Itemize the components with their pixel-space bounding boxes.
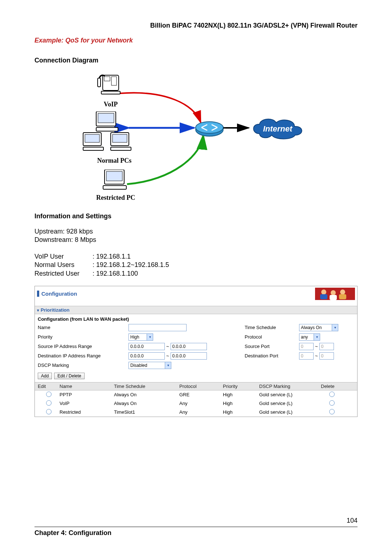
tilde-icon: ~ [315,353,318,358]
src-port-from-input[interactable] [299,343,314,350]
configuration-title: Configuration [37,291,77,297]
dst-ip-to-input[interactable] [171,352,207,360]
cell-dscp: Gold service (L) [259,401,321,406]
table-row: PPTP Always On GRE High Gold service (L) [35,390,357,399]
svg-rect-26 [339,294,346,299]
chevron-down-icon[interactable]: ▾ [314,333,320,341]
col-name: Name [60,384,114,389]
svg-rect-2 [104,77,110,81]
delete-radio[interactable] [329,392,335,397]
page-number: 104 [347,517,358,524]
dst-port-label: Destination Port [245,353,299,358]
page-footer: Chapter 4: Configuration 104 [34,527,358,537]
svg-rect-4 [98,78,101,87]
svg-rect-5 [101,91,120,94]
tilde-icon: ~ [166,344,169,349]
tilde-icon: ~ [315,344,318,349]
voip-user-label: VoIP User [34,252,93,261]
cell-priority: High [223,409,259,415]
configuration-panel: Configuration Prioritization Configurati… [34,286,358,417]
router-icon [194,119,225,140]
delete-radio[interactable] [329,400,335,406]
cell-priority: High [223,392,259,397]
svg-rect-10 [85,134,99,142]
dst-port-to-input[interactable] [319,352,334,360]
restricted-pc-label: Restricted PC [96,194,135,202]
connection-diagram: VoIP [34,72,358,210]
src-ip-to-input[interactable] [171,343,207,350]
cell-name: Restricted [60,409,114,415]
people-icon [315,288,355,300]
col-protocol: Protocol [179,384,223,389]
priority-select[interactable]: ▾ [128,333,172,341]
table-row: VoIP Always On Any High Gold service (L) [35,399,357,408]
svg-point-19 [196,122,223,133]
prioritization-section[interactable]: Prioritization [35,306,357,314]
protocol-value[interactable] [299,333,314,341]
tilde-icon: ~ [166,353,169,358]
src-port-label: Source Port [245,344,299,349]
cell-time: Always On [114,392,179,397]
chapter-label: Chapter 4: Configuration [34,529,111,537]
chevron-down-icon[interactable]: ▾ [147,333,153,341]
restricted-user-value: : 192.168.1.100 [93,270,138,278]
svg-rect-11 [83,147,103,150]
voip-user-value: : 192.168.1.1 [93,252,131,261]
edit-radio[interactable] [46,409,52,414]
dscp-label: DSCP Marking [38,362,128,368]
connection-diagram-heading: Connection Diagram [34,57,358,64]
cell-protocol: Any [179,409,223,415]
dscp-select[interactable]: ▾ [128,362,245,369]
normal-users-label: Normal Users [34,261,93,269]
svg-point-23 [331,290,336,295]
time-schedule-label: Time Schedule [245,325,299,330]
example-title: Example: QoS for your Network [34,37,358,44]
downstream-text: Downstream: 8 Mbps [34,236,358,244]
normal-pcs-label: Normal PCs [82,157,147,165]
cell-protocol: GRE [179,392,223,397]
cell-time: Always On [114,401,179,406]
time-schedule-value[interactable] [299,324,332,331]
phone-icon [96,72,125,99]
name-input[interactable] [128,324,187,331]
col-dscp: DSCP Marking [259,384,321,389]
svg-rect-3 [111,77,117,85]
col-time-schedule: Time Schedule [114,384,179,389]
edit-delete-button[interactable]: Edit / Delete [54,373,84,379]
priority-label: Priority [38,334,128,340]
svg-point-21 [321,289,326,295]
svg-rect-13 [113,134,127,142]
rules-header: Edit Name Time Schedule Protocol Priorit… [35,382,357,390]
cell-time: TimeSlot1 [114,409,179,415]
cell-priority: High [223,401,259,406]
internet-badge: Internet [249,117,307,143]
cell-dscp: Gold service (L) [259,392,321,397]
dst-range-label: Destination IP Address Range [38,353,128,358]
dst-ip-from-input[interactable] [128,352,165,360]
svg-rect-7 [98,113,114,123]
src-ip-from-input[interactable] [128,343,165,350]
chevron-down-icon[interactable]: ▾ [332,324,338,331]
src-range-label: Source IP Address Range [38,344,128,349]
add-button[interactable]: Add [38,373,52,379]
cell-name: PPTP [60,392,114,397]
src-port-to-input[interactable] [319,343,334,350]
info-heading: Information and Settings [34,212,358,220]
doc-header: Billion BiPAC 7402NX(L) 802.11n 3G/ADSL2… [34,22,358,29]
edit-radio[interactable] [46,400,52,406]
svg-rect-16 [106,171,122,181]
voip-device: VoIP [96,72,125,108]
voip-label: VoIP [96,101,125,108]
svg-rect-22 [320,294,327,299]
protocol-select[interactable]: ▾ [299,333,357,341]
edit-radio[interactable] [46,392,52,397]
svg-rect-24 [330,295,337,300]
dst-port-from-input[interactable] [299,352,314,360]
normal-users-value: : 192.168.1.2~192.168.1.5 [93,261,169,269]
dscp-value[interactable] [128,362,165,369]
priority-value[interactable] [128,333,147,341]
delete-radio[interactable] [329,409,335,414]
cell-protocol: Any [179,401,223,406]
chevron-down-icon[interactable]: ▾ [165,362,171,369]
time-schedule-select[interactable]: ▾ [299,324,357,331]
